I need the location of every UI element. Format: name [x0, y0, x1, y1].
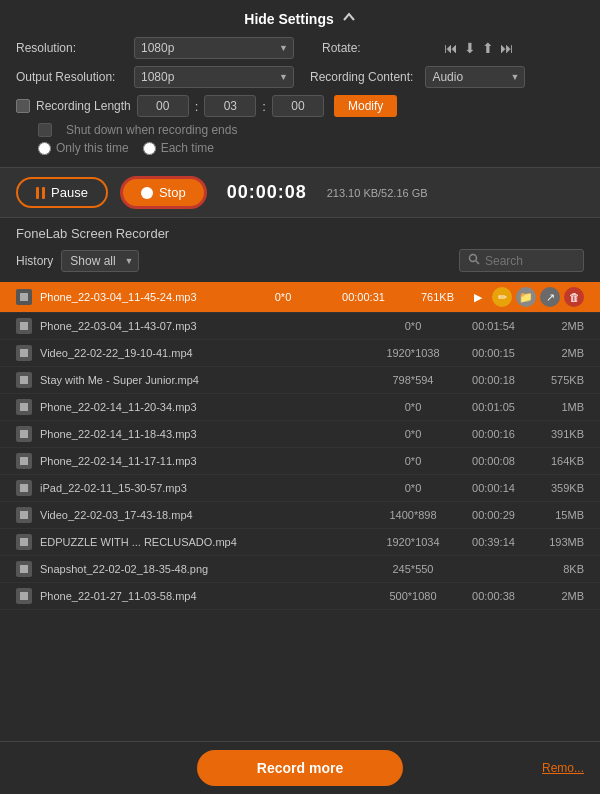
file-duration: 00:01:54 [461, 320, 526, 332]
folder-button[interactable]: 📁 [516, 287, 536, 307]
recording-length-checkbox[interactable] [16, 99, 30, 113]
pause-bar-2 [42, 187, 45, 199]
file-row[interactable]: iPad_22-02-11_15-30-57.mp30*000:00:14359… [0, 475, 600, 502]
only-this-time-text: Only this time [56, 141, 129, 155]
play-button[interactable]: ▶ [468, 287, 488, 307]
file-resolution: 245*550 [373, 563, 453, 575]
settings-header: Hide Settings [16, 10, 584, 27]
each-time-radio[interactable] [143, 142, 156, 155]
file-row[interactable]: Phone_22-01-27_11-03-58.mp4500*108000:00… [0, 583, 600, 610]
file-type-icon [16, 561, 32, 577]
remove-link[interactable]: Remo... [542, 761, 584, 775]
file-name: iPad_22-02-11_15-30-57.mp3 [40, 482, 365, 494]
stop-label: Stop [159, 185, 186, 200]
history-panel: FoneLab Screen Recorder History Show all… [0, 218, 600, 282]
only-this-time-label[interactable]: Only this time [38, 141, 129, 155]
file-name: EDPUZZLE WITH ... RECLUSADO.mp4 [40, 536, 365, 548]
rotate-up-icon[interactable]: ⬆ [482, 40, 494, 56]
file-resolution: 0*0 [373, 428, 453, 440]
edit-button[interactable]: ✏ [492, 287, 512, 307]
file-size: 164KB [534, 455, 584, 467]
output-resolution-select[interactable]: 1080p 720p [134, 66, 294, 88]
modify-button[interactable]: Modify [334, 95, 397, 117]
resolution-select[interactable]: 1080p 720p 480p [134, 37, 294, 59]
show-all-select[interactable]: Show all Video Audio Image [61, 250, 139, 272]
timer-display: 00:00:08 [227, 182, 307, 203]
file-duration: 00:00:16 [461, 428, 526, 440]
file-row[interactable]: Phone_22-03-04_11-45-24.mp30*000:00:3176… [0, 282, 600, 313]
file-resolution: 1400*898 [373, 509, 453, 521]
file-resolution: 798*594 [373, 374, 453, 386]
recording-length-label: Recording Length [36, 99, 131, 113]
delete-button[interactable]: 🗑 [564, 287, 584, 307]
stop-button[interactable]: Stop [120, 176, 207, 209]
file-type-icon [16, 426, 32, 442]
file-name: Phone_22-02-14_11-18-43.mp3 [40, 428, 365, 440]
file-type-icon [16, 289, 32, 305]
file-size: 8KB [534, 563, 584, 575]
rotate-right-icon[interactable]: ⏭ [500, 40, 514, 56]
rotate-label: Rotate: [322, 41, 432, 55]
file-row[interactable]: Snapshot_22-02-02_18-35-48.png245*5508KB [0, 556, 600, 583]
file-duration: 00:00:08 [461, 455, 526, 467]
file-size: 761KB [404, 291, 454, 303]
rotate-down-icon[interactable]: ⬇ [464, 40, 476, 56]
speed-display: 213.10 KB/52.16 GB [327, 187, 428, 199]
time-seconds-input[interactable] [272, 95, 324, 117]
share-button[interactable]: ↗ [540, 287, 560, 307]
pause-button[interactable]: Pause [16, 177, 108, 208]
file-row[interactable]: Phone_22-02-14_11-17-11.mp30*000:00:0816… [0, 448, 600, 475]
file-row[interactable]: Video_22-02-22_19-10-41.mp41920*103800:0… [0, 340, 600, 367]
output-resolution-select-wrapper[interactable]: 1080p 720p [134, 66, 294, 88]
file-type-icon [16, 507, 32, 523]
each-time-label[interactable]: Each time [143, 141, 214, 155]
file-size: 2MB [534, 320, 584, 332]
shutdown-row: Shut down when recording ends [16, 123, 584, 137]
resolution-row: Resolution: 1080p 720p 480p Rotate: ⏮ ⬇ … [16, 37, 584, 59]
settings-panel: Hide Settings Resolution: 1080p 720p 480… [0, 0, 600, 167]
chevron-up-icon[interactable] [342, 10, 356, 27]
history-label: History [16, 254, 53, 268]
file-duration: 00:00:14 [461, 482, 526, 494]
file-row[interactable]: EDPUZZLE WITH ... RECLUSADO.mp41920*1034… [0, 529, 600, 556]
pause-icon [36, 187, 45, 199]
file-type-icon [16, 588, 32, 604]
file-size: 575KB [534, 374, 584, 386]
file-type-icon [16, 372, 32, 388]
file-row[interactable]: Video_22-02-03_17-43-18.mp41400*89800:00… [0, 502, 600, 529]
stop-icon [141, 187, 153, 199]
recording-content-select[interactable]: Audio Video Screen [425, 66, 525, 88]
file-size: 1MB [534, 401, 584, 413]
file-resolution: 0*0 [373, 320, 453, 332]
record-more-button[interactable]: Record more [197, 750, 403, 786]
search-input[interactable] [485, 254, 575, 268]
file-resolution: 1920*1038 [373, 347, 453, 359]
file-row[interactable]: Phone_22-02-14_11-20-34.mp30*000:01:051M… [0, 394, 600, 421]
rotate-left-icon[interactable]: ⏮ [444, 40, 458, 56]
file-name: Phone_22-02-14_11-20-34.mp3 [40, 401, 365, 413]
file-type-icon [16, 318, 32, 334]
file-duration: 00:00:18 [461, 374, 526, 386]
file-row[interactable]: Phone_22-03-04_11-43-07.mp30*000:01:542M… [0, 313, 600, 340]
search-box[interactable] [459, 249, 584, 272]
file-duration: 00:00:38 [461, 590, 526, 602]
history-left: History Show all Video Audio Image [16, 250, 139, 272]
file-type-icon [16, 345, 32, 361]
file-row[interactable]: Stay with Me - Super Junior.mp4798*59400… [0, 367, 600, 394]
time-minutes-input[interactable] [204, 95, 256, 117]
time-hours-input[interactable] [137, 95, 189, 117]
file-resolution: 0*0 [243, 291, 323, 303]
file-type-icon [16, 453, 32, 469]
resolution-select-wrapper[interactable]: 1080p 720p 480p [134, 37, 294, 59]
settings-title: Hide Settings [244, 11, 333, 27]
time-colon-1: : [195, 99, 199, 114]
file-name: Video_22-02-03_17-43-18.mp4 [40, 509, 365, 521]
show-all-select-wrapper[interactable]: Show all Video Audio Image [61, 250, 139, 272]
shutdown-checkbox[interactable] [38, 123, 52, 137]
svg-line-1 [476, 261, 479, 264]
file-name: Phone_22-03-04_11-45-24.mp3 [40, 291, 235, 303]
file-name: Stay with Me - Super Junior.mp4 [40, 374, 365, 386]
only-this-time-radio[interactable] [38, 142, 51, 155]
file-row[interactable]: Phone_22-02-14_11-18-43.mp30*000:00:1639… [0, 421, 600, 448]
recording-content-select-wrapper[interactable]: Audio Video Screen [425, 66, 525, 88]
